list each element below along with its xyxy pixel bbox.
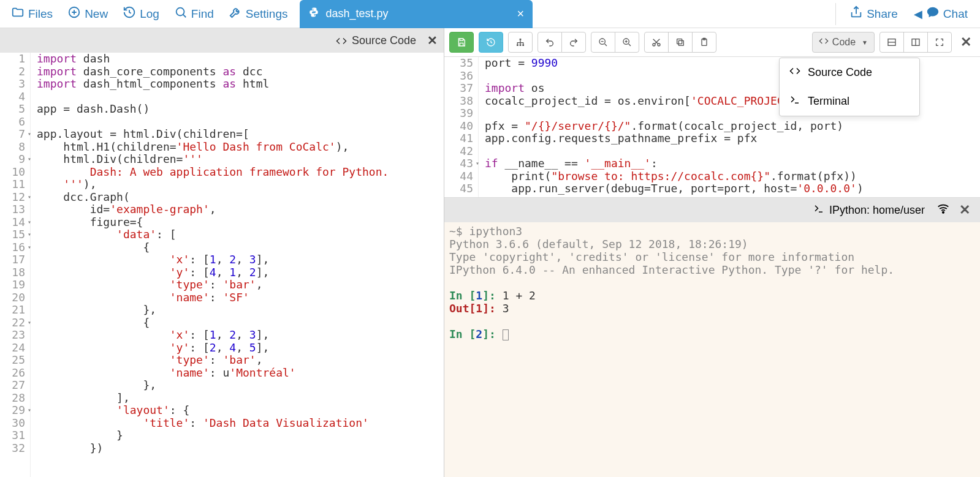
settings-label: Settings <box>246 7 288 21</box>
code-icon <box>789 66 800 80</box>
left-gutter: 1234567891011121314151617181920212223242… <box>0 53 31 477</box>
zoom-group <box>591 32 639 53</box>
main-area: Source Code ✕ 12345678910111213141516171… <box>0 28 980 477</box>
new-label: New <box>85 7 108 21</box>
fullscreen-button[interactable] <box>927 32 952 53</box>
caret-down-icon: ▼ <box>862 39 868 46</box>
log-label: Log <box>140 7 159 21</box>
search-icon <box>174 6 188 22</box>
log-button[interactable]: Log <box>116 2 165 26</box>
plus-circle-icon <box>67 6 81 22</box>
dropdown-item-label: Source Code <box>808 66 872 79</box>
topbar-right: Share ◀ Chat <box>832 2 980 26</box>
left-header-title: Source Code <box>352 34 416 47</box>
undo-redo-group <box>537 32 586 53</box>
svg-point-16 <box>943 211 944 213</box>
terminal-title-group: IPython: home/user <box>813 203 925 217</box>
svg-rect-4 <box>520 44 522 46</box>
svg-rect-10 <box>678 40 683 45</box>
terminal-output[interactable]: ~$ ipython3 Python 3.6.6 (default, Sep 1… <box>444 222 980 477</box>
split-group <box>879 32 952 53</box>
code-dropdown-button[interactable]: Code ▼ <box>812 32 875 53</box>
find-button[interactable]: Find <box>168 2 220 26</box>
svg-rect-3 <box>517 44 518 46</box>
split-v-button[interactable] <box>903 32 928 53</box>
terminal-icon <box>813 203 824 217</box>
left-pane: Source Code ✕ 12345678910111213141516171… <box>0 28 444 477</box>
zoom-in-button[interactable] <box>615 32 639 53</box>
files-label: Files <box>28 7 53 21</box>
svg-point-9 <box>658 43 660 46</box>
terminal-header: IPython: home/user ✕ <box>444 198 980 222</box>
close-icon[interactable]: ✕ <box>957 34 975 50</box>
new-button[interactable]: New <box>61 2 114 26</box>
code-icon <box>336 34 347 47</box>
cut-button[interactable] <box>644 32 669 53</box>
chat-button[interactable]: ◀ Chat <box>908 2 974 26</box>
right-pane: Code ▼ ✕ Source Code Terminal 3536373839… <box>444 28 980 477</box>
svg-point-8 <box>653 43 655 46</box>
save-button[interactable] <box>449 32 474 53</box>
python-icon <box>308 7 319 21</box>
terminal-icon <box>789 94 800 108</box>
split-h-button[interactable] <box>879 32 904 53</box>
svg-rect-11 <box>677 39 682 44</box>
history-icon <box>123 6 136 22</box>
svg-rect-2 <box>520 39 522 40</box>
sitemap-button[interactable] <box>508 32 533 53</box>
close-icon[interactable]: ✕ <box>955 202 974 218</box>
close-icon[interactable]: × <box>517 7 525 21</box>
right-toolbar: Code ▼ ✕ <box>444 28 980 57</box>
close-icon[interactable]: ✕ <box>427 33 438 48</box>
dropdown-item-label: Terminal <box>808 95 849 108</box>
clipboard-group <box>644 32 716 53</box>
dropdown-item-terminal[interactable]: Terminal <box>780 87 919 116</box>
folder-icon <box>11 6 25 22</box>
divider <box>835 3 836 25</box>
wifi-icon[interactable] <box>937 203 949 218</box>
file-tab-label: dash_test.py <box>325 7 388 20</box>
code-dropdown-menu: Source Code Terminal <box>779 58 920 116</box>
left-editor[interactable]: 1234567891011121314151617181920212223242… <box>0 53 444 477</box>
left-code-area[interactable]: import dashimport dash_core_components a… <box>31 53 444 477</box>
right-gutter: 3536373839404142434445 <box>444 57 479 197</box>
dropdown-item-source-code[interactable]: Source Code <box>780 58 919 87</box>
left-pane-header: Source Code ✕ <box>0 28 444 53</box>
files-button[interactable]: Files <box>5 2 59 26</box>
share-button[interactable]: Share <box>843 2 904 26</box>
svg-rect-5 <box>522 44 524 46</box>
top-toolbar: Files New Log Find Settings dash_test.py… <box>0 0 980 28</box>
settings-button[interactable]: Settings <box>222 2 294 26</box>
code-dropdown-label: Code <box>832 37 856 48</box>
terminal-title: IPython: home/user <box>829 204 925 217</box>
file-tab[interactable]: dash_test.py × <box>300 0 533 28</box>
undo-button[interactable] <box>537 32 562 53</box>
share-label: Share <box>867 7 898 21</box>
svg-point-1 <box>177 8 184 16</box>
nav-group: Files New Log Find Settings <box>0 2 294 26</box>
redo-button[interactable] <box>561 32 586 53</box>
chat-label: Chat <box>943 7 968 21</box>
code-icon <box>819 36 829 48</box>
caret-left-icon: ◀ <box>914 7 922 21</box>
zoom-out-button[interactable] <box>591 32 615 53</box>
copy-button[interactable] <box>668 32 693 53</box>
wrench-icon <box>229 6 242 22</box>
find-label: Find <box>191 7 214 21</box>
time-travel-button[interactable] <box>479 32 503 53</box>
chat-icon <box>926 6 940 22</box>
paste-button[interactable] <box>692 32 716 53</box>
share-icon <box>849 6 863 22</box>
